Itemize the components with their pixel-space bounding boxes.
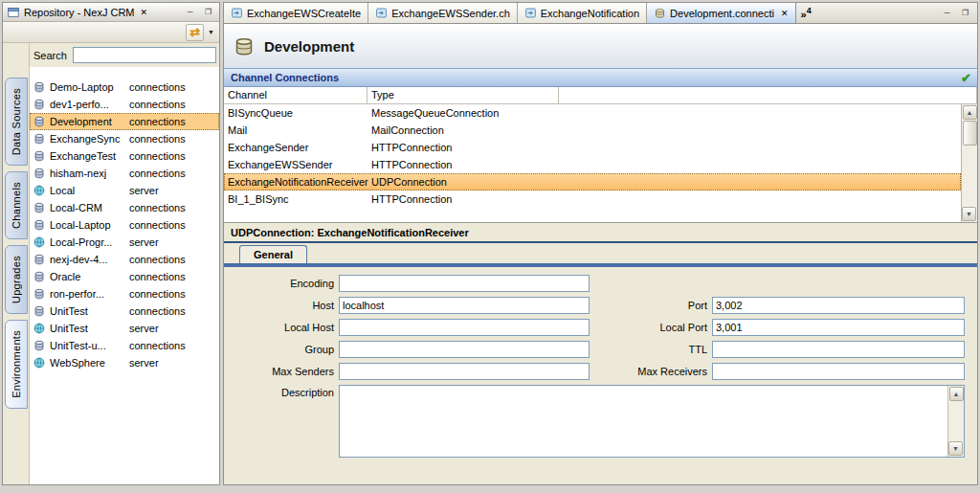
list-item[interactable]: Local-CRM connections	[30, 199, 219, 216]
toolbar-dropdown-icon[interactable]: ▼	[206, 29, 214, 35]
local-host-field[interactable]	[339, 319, 590, 336]
item-name: ExchangeSync	[50, 133, 129, 145]
maximize-editor-button[interactable]: ❐	[958, 7, 972, 20]
item-type: connections	[129, 81, 186, 93]
scroll-up-button[interactable]: ▲	[963, 105, 977, 120]
tab-overflow-button[interactable]: »4	[796, 6, 816, 20]
description-scrollbar[interactable]: ▲ ▼	[947, 386, 964, 457]
minimize-view-button[interactable]: ─	[183, 6, 197, 19]
item-type: connections	[129, 150, 186, 162]
column-header-empty	[559, 87, 977, 103]
form-row-group-ttl: Group TTL	[224, 341, 977, 358]
channel-connections-header: Channel Connections ✔	[224, 68, 977, 87]
table-row[interactable]: BI_1_BISync HTTPConnection	[224, 190, 961, 208]
tab-channels[interactable]: Channels	[5, 171, 28, 239]
search-input[interactable]	[73, 47, 216, 63]
table-row[interactable]: ExchangeSender HTTPConnection	[224, 139, 961, 156]
close-tab-icon[interactable]: ✕	[781, 9, 789, 18]
connections-icon	[33, 287, 46, 301]
list-item[interactable]: UnitTest connections	[30, 303, 219, 320]
column-header-type[interactable]: Type	[368, 87, 559, 103]
item-type: connections	[129, 202, 186, 213]
scroll-down-button[interactable]: ▼	[948, 441, 963, 456]
tab-general[interactable]: General	[239, 245, 307, 263]
search-row: Search	[30, 43, 219, 67]
environments-list: Demo-Laptop connections dev1-perfo... co…	[30, 67, 219, 484]
editor-tab-exchangeewscreateite[interactable]: ExchangeEWSCreateIte	[224, 3, 368, 23]
list-item[interactable]: ExchangeTest connections	[30, 147, 219, 165]
max-receivers-field[interactable]	[712, 363, 965, 380]
list-item[interactable]: ExchangeSync connections	[30, 130, 219, 147]
max-senders-field[interactable]	[339, 363, 590, 380]
table-header: Channel Type	[224, 87, 977, 104]
list-item-selected[interactable]: Development connections	[30, 113, 219, 130]
connections-icon	[33, 270, 46, 283]
repository-view-toolbar: ⇄ ▼	[3, 22, 219, 43]
list-item[interactable]: ron-perfor... connections	[30, 285, 219, 303]
maximize-view-button[interactable]: ❐	[201, 6, 215, 19]
section-title: Channel Connections	[231, 72, 339, 83]
channel-icon	[375, 7, 388, 19]
tab-environments[interactable]: Environments	[5, 320, 28, 409]
max-receivers-label: Max Receivers	[590, 366, 712, 377]
list-item[interactable]: Oracle connections	[30, 268, 219, 285]
table-row[interactable]: Mail MailConnection	[224, 122, 961, 139]
list-item[interactable]: Local-Laptop connections	[30, 216, 219, 234]
local-port-field[interactable]	[712, 319, 965, 336]
connections-icon	[33, 149, 46, 163]
table-scrollbar[interactable]: ▲ ▼	[961, 104, 977, 222]
item-type: connections	[129, 219, 186, 231]
editor-tab-development-connections[interactable]: Development.connecti ✕	[647, 3, 795, 23]
tab-data-sources[interactable]: Data Sources	[5, 78, 28, 166]
page-header: Development	[224, 24, 977, 68]
close-view-icon[interactable]: ✕	[139, 8, 150, 17]
item-name: UnitTest-u...	[50, 340, 129, 351]
list-item[interactable]: hisham-nexj connections	[30, 165, 219, 182]
udp-connection-form: Encoding Host Port Local Host Local Port	[224, 267, 977, 484]
list-item[interactable]: UnitTest server	[30, 320, 219, 337]
group-field[interactable]	[339, 341, 590, 358]
item-type: connections	[129, 340, 186, 351]
max-senders-label: Max Senders	[224, 366, 339, 377]
server-icon	[33, 184, 46, 197]
ttl-field[interactable]	[712, 341, 965, 358]
column-header-channel[interactable]: Channel	[224, 87, 368, 103]
scroll-up-button[interactable]: ▲	[949, 387, 964, 401]
minimize-editor-button[interactable]: ─	[940, 7, 954, 20]
host-field[interactable]	[339, 297, 590, 314]
item-type: connections	[129, 254, 186, 265]
editor-tab-exchangenotification[interactable]: ExchangeNotification	[518, 3, 647, 23]
connections-icon	[33, 115, 46, 128]
editor-window-buttons: ─ ❐	[935, 7, 977, 20]
scrollbar-thumb[interactable]	[963, 121, 977, 146]
list-item[interactable]: UnitTest-u... connections	[30, 337, 219, 354]
list-item[interactable]: Local server	[30, 182, 219, 199]
repository-view-title: Repository - NexJ CRM	[24, 7, 135, 18]
editor-content: Development Channel Connections ✔ Channe…	[224, 24, 977, 484]
table-row-selected[interactable]: ExchangeNotificationReceiver UDPConnecti…	[224, 173, 961, 190]
list-item[interactable]: WebSphere server	[30, 354, 219, 371]
channel-icon	[524, 7, 537, 19]
scroll-down-button[interactable]: ▼	[962, 207, 976, 221]
item-name: dev1-perfo...	[50, 99, 129, 110]
tabbar-spacer	[816, 3, 935, 23]
description-field[interactable]	[339, 385, 965, 458]
editor-tab-exchangeewssender[interactable]: ExchangeEWSSender.ch	[368, 3, 518, 23]
item-name: ExchangeTest	[50, 150, 129, 162]
encoding-field[interactable]	[339, 275, 590, 292]
sync-button[interactable]: ⇄	[186, 24, 204, 41]
port-field[interactable]	[712, 297, 965, 314]
repository-vertical-tabs: Data Sources Channels Upgrades Environme…	[3, 43, 29, 484]
table-row[interactable]: ExchangeEWSSender HTTPConnection	[224, 156, 961, 173]
item-name: hisham-nexj	[50, 168, 129, 179]
item-type: server	[129, 236, 159, 248]
item-type: server	[129, 323, 159, 334]
tab-upgrades[interactable]: Upgrades	[5, 245, 28, 314]
list-item[interactable]: Local-Progr... server	[30, 234, 219, 251]
list-item[interactable]: dev1-perfo... connections	[30, 96, 219, 113]
ttl-label: TTL	[590, 344, 712, 355]
table-row[interactable]: BISyncQueue MessageQueueConnection	[224, 104, 961, 122]
list-item[interactable]: Demo-Laptop connections	[30, 78, 219, 96]
channel-connections-table: Channel Type BISyncQueue MessageQueueCon…	[224, 87, 977, 222]
list-item[interactable]: nexj-dev-4... connections	[30, 251, 219, 268]
